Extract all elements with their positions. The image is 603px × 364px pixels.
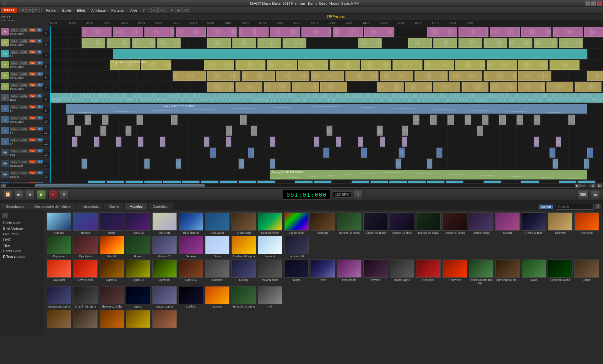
toolbar-btn-2[interactable]: ⊡ (26, 8, 33, 13)
mute-btn-4[interactable]: MUTE (19, 50, 28, 54)
soundpool-item[interactable]: Genesis (178, 236, 204, 258)
rec-btn-2[interactable]: REC (29, 28, 36, 32)
solo-btn-12[interactable]: SOLO (10, 138, 19, 142)
soundpool-item[interactable]: Space (126, 286, 151, 308)
fx-btn-5[interactable]: FX+ (36, 61, 43, 65)
soundpool-item[interactable]: Dancer 02 alpha (337, 212, 362, 235)
timeline-ruler[interactable]: 196 Mesures 001:1 009:1 017:1 025:1 033:… (50, 14, 603, 26)
maximize-button[interactable]: □ (591, 1, 596, 6)
soundpool-item[interactable]: Blue fog (152, 212, 177, 235)
solo-btn-4[interactable]: SOLO (10, 50, 19, 54)
soundpool-item[interactable]: Equalizer (46, 236, 72, 258)
play-btn[interactable]: ▶ (37, 190, 46, 199)
soundpool-item[interactable]: Dancer 03 black (363, 212, 388, 235)
soundpool-item[interactable]: Dream (495, 212, 520, 235)
solo-btn-15[interactable]: SOLO (10, 171, 19, 174)
soundpool-item[interactable]: Eye alpha (73, 236, 98, 258)
mute-btn-3[interactable]: MUTE (19, 39, 28, 43)
soundpool-item[interactable]: Clock-work (231, 212, 256, 235)
menu-partager[interactable]: Partager (109, 8, 127, 13)
mute-btn-6[interactable]: MUTE (19, 72, 28, 76)
fx-btn-16[interactable]: FX+ (36, 182, 43, 183)
fx-btn-3[interactable]: FX (36, 39, 42, 43)
soundpool-item[interactable]: Colour strip (284, 212, 309, 235)
mute-btn-9[interactable]: MUTE (19, 105, 28, 109)
fx-btn-15[interactable]: FX+ (36, 171, 43, 174)
soundpool-item[interactable]: Colored fishes (258, 212, 283, 235)
mute-btn-15[interactable]: MUTE (19, 171, 28, 174)
soundpool-item[interactable]: G-bars 02 (152, 236, 177, 258)
soundpool-item[interactable]: Icewind (258, 236, 283, 258)
tab-instruments[interactable]: Instruments (76, 203, 103, 210)
sidebar-add-btn[interactable]: + (3, 213, 8, 218)
soundpool-item[interactable]: Roller-coaster ball alp... (469, 260, 494, 285)
solo-btn-10[interactable]: SOLO (10, 116, 19, 120)
solo-btn-8[interactable]: SOLO (10, 94, 19, 98)
list-view-btn[interactable]: ☰ (591, 190, 600, 199)
soundpool-item[interactable]: Lights 04 (178, 260, 204, 285)
category-titre[interactable]: Titre (1, 243, 42, 248)
menu-aide[interactable]: Aide (128, 8, 140, 13)
rec-btn-4[interactable]: REC (29, 50, 36, 54)
rec-btn-12[interactable]: REC (29, 138, 36, 142)
fx-btn-6[interactable]: FX+ (36, 72, 43, 76)
mute-btn-14[interactable]: MUTE (19, 160, 28, 163)
soundpool-item[interactable]: Sequences alpha (46, 286, 72, 308)
solo-btn-14[interactable]: SOLO (10, 160, 19, 163)
soundpool-item[interactable]: Blobs 02 (126, 212, 151, 235)
rec-btn-13[interactable]: REC (29, 149, 36, 153)
toolbar-tool1[interactable]: ✎ (169, 8, 175, 13)
close-button[interactable]: ✕ (597, 1, 602, 6)
category-livid[interactable]: LiViD (1, 237, 42, 243)
menu-fichier[interactable]: Fichier (44, 8, 59, 13)
rec-btn-3[interactable]: REC (29, 39, 36, 43)
scroll-right-btn[interactable]: ▶ (575, 184, 579, 188)
minimize-button[interactable]: ─ (585, 1, 590, 6)
soundpool-item[interactable] (46, 310, 72, 329)
toolbar-btn-3[interactable]: ⟳ (33, 8, 40, 13)
soundpool-item[interactable]: Dancer alpha (469, 212, 494, 235)
solo-btn-13[interactable]: SOLO (10, 149, 19, 153)
soundpool-item[interactable]: Lights 03 (152, 260, 177, 285)
soundpool-item[interactable]: Sunset (205, 286, 230, 308)
soundpool-item[interactable]: Raster alpha (389, 260, 415, 285)
category-effets-visuels[interactable]: Effets visuels (1, 254, 42, 260)
settings-btn[interactable]: ⚙ (60, 190, 68, 199)
track-content[interactable] (50, 26, 603, 183)
toolbar-redo[interactable]: ↪ (158, 8, 165, 13)
rec-btn-16[interactable]: REC (29, 182, 36, 183)
rec-btn-6[interactable]: REC (29, 72, 36, 76)
soundpool-item[interactable] (152, 310, 177, 329)
soundpool-item[interactable]: Glass (205, 236, 230, 258)
mute-btn-7[interactable]: MUTE (19, 83, 28, 87)
mute-btn-5[interactable]: MUTE (19, 61, 28, 65)
soundpool-item[interactable]: Psycho (363, 260, 388, 285)
solo-btn-6[interactable]: SOLO (10, 72, 19, 76)
soundpool-item[interactable]: Fire 02 (99, 236, 124, 258)
toolbar-btn-1[interactable]: ⊞ (19, 8, 26, 13)
mute-btn-12[interactable]: MUTE (19, 138, 28, 142)
soundpool-item[interactable]: Driving at night (521, 212, 546, 235)
soundpool-item[interactable]: Machine (205, 260, 230, 285)
tab-file-manager[interactable]: Gestionnaire de fichiers (30, 203, 75, 210)
toolbar-undo[interactable]: ↩ (151, 8, 158, 13)
fx-btn-9[interactable]: FX+ (36, 105, 43, 109)
mute-btn-10[interactable]: MUTE (19, 116, 28, 120)
soundpool-item[interactable]: Lava lamp (46, 260, 72, 285)
soundpool-item[interactable]: Blue water (205, 212, 230, 235)
soundpool-item[interactable]: Starfield (178, 286, 204, 308)
menu-help2[interactable]: ? (140, 8, 147, 13)
rec-btn-7[interactable]: REC (29, 83, 36, 87)
soundpool-item[interactable]: Night (284, 260, 309, 285)
horizontal-scrollbar[interactable]: ◀ ▶ Zoom : ⊞ ⊟ (0, 183, 603, 188)
solo-btn-9[interactable]: SOLO (10, 105, 19, 109)
mute-btn-8[interactable]: MUTE (19, 94, 28, 98)
search-close-btn[interactable]: ✕ (595, 204, 600, 209)
soundpool-item[interactable]: Crossing (310, 212, 335, 235)
soundpool-item[interactable]: Dancer 07 black (442, 212, 467, 235)
soundpool-item[interactable]: Scope 01 alpha (548, 260, 573, 285)
menu-editer[interactable]: Éditer (60, 8, 74, 13)
solo-btn-16[interactable]: SOLO (10, 182, 19, 183)
rec-btn-5[interactable]: REC (29, 61, 36, 65)
fx-btn-12[interactable]: FX+ (36, 138, 43, 142)
